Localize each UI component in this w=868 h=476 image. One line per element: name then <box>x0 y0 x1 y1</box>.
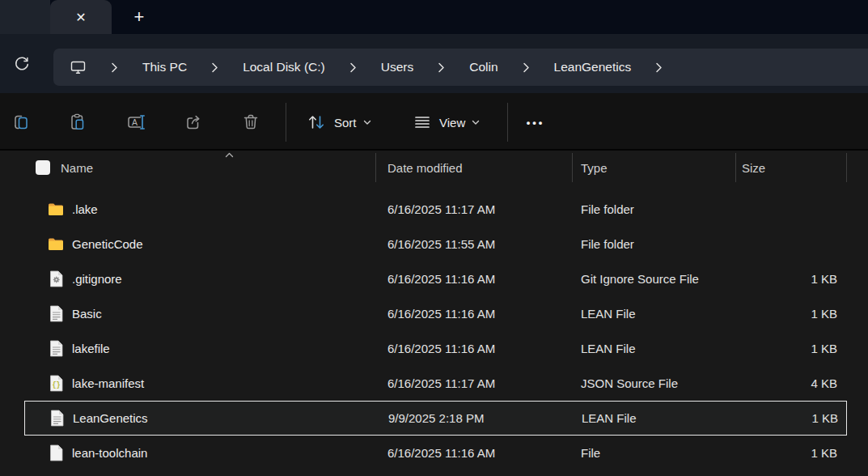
column-header-size[interactable]: Size <box>736 153 847 182</box>
breadcrumb-local-disk[interactable]: Local Disk (C:) <box>243 60 325 74</box>
chevron-down-icon <box>472 120 480 125</box>
share-icon <box>184 113 204 132</box>
delete-button[interactable] <box>236 107 265 138</box>
breadcrumb: This PC Local Disk (C:) Users Colin Lean… <box>70 59 663 75</box>
table-row[interactable]: lean-toolchain 6/16/2025 11:16 AM File 1… <box>24 436 847 470</box>
gitignore-file-icon <box>48 270 64 287</box>
file-name: .gitignore <box>72 272 122 286</box>
file-name: Basic <box>72 307 102 321</box>
breadcrumb-colin[interactable]: Colin <box>469 60 498 74</box>
table-row[interactable]: GeneticCode 6/16/2025 11:55 AM File fold… <box>24 227 847 261</box>
copy-icon <box>11 113 31 132</box>
file-size: 1 KB <box>736 342 847 355</box>
svg-text:A: A <box>132 117 138 127</box>
column-header-type[interactable]: Type <box>573 153 736 182</box>
delete-icon <box>241 113 260 132</box>
address-row: This PC Local Disk (C:) Users Colin Lean… <box>0 34 868 93</box>
file-type: File folder <box>573 202 736 216</box>
refresh-icon <box>14 56 30 72</box>
file-explorer-window: ✕ + This PC L <box>0 0 868 476</box>
chevron-right-icon[interactable] <box>349 62 357 73</box>
file-type: Git Ignore Source File <box>573 272 736 286</box>
file-date-modified: 6/16/2025 11:16 AM <box>376 272 573 286</box>
paste-button[interactable] <box>63 107 92 138</box>
column-divider[interactable] <box>846 153 847 182</box>
chevron-right-icon[interactable] <box>655 62 663 73</box>
file-list: Name Date modified Type Size <box>0 151 868 476</box>
copy-button[interactable] <box>6 107 36 138</box>
file-name: GeneticCode <box>72 237 143 251</box>
lean-file-icon <box>49 410 65 427</box>
rename-icon: A <box>125 113 146 132</box>
lean-file-icon <box>48 305 64 322</box>
column-label: Date modified <box>387 161 463 175</box>
file-date-modified: 6/16/2025 11:55 AM <box>376 237 573 251</box>
sort-button[interactable]: Sort <box>298 107 379 138</box>
toolbar-divider <box>507 103 508 142</box>
tab-bar: ✕ + <box>0 0 868 34</box>
file-date-modified: 6/16/2025 11:17 AM <box>376 376 573 390</box>
address-bar[interactable]: This PC Local Disk (C:) Users Colin Lean… <box>53 49 868 86</box>
chevron-right-icon[interactable] <box>523 62 530 73</box>
chevron-right-icon[interactable] <box>438 62 445 73</box>
chevron-down-icon <box>363 120 371 125</box>
new-tab-button[interactable]: + <box>127 5 151 29</box>
file-date-modified: 6/16/2025 11:16 AM <box>376 446 573 460</box>
table-row[interactable]: {} lake-manifest 6/16/2025 11:17 AM JSON… <box>24 366 847 401</box>
command-bar: A Sort <box>0 93 868 151</box>
rename-button[interactable]: A <box>121 107 150 138</box>
table-row[interactable]: .gitignore 6/16/2025 11:16 AM Git Ignore… <box>24 261 847 296</box>
file-type: File <box>573 446 736 460</box>
folder-icon <box>48 201 64 218</box>
this-pc-icon <box>70 59 87 75</box>
file-name: lean-toolchain <box>72 446 147 460</box>
toolbar-divider <box>286 103 286 142</box>
refresh-button[interactable] <box>8 50 36 78</box>
close-tab-icon[interactable]: ✕ <box>70 6 92 28</box>
file-type: LEAN File <box>574 411 737 425</box>
file-type: JSON Source File <box>573 376 736 390</box>
lean-file-icon <box>48 340 64 357</box>
file-date-modified: 6/16/2025 11:16 AM <box>376 307 573 321</box>
breadcrumb-users[interactable]: Users <box>381 60 413 74</box>
file-size: 1 KB <box>736 272 847 286</box>
column-header-row: Name Date modified Type Size <box>24 151 847 185</box>
column-header-name[interactable]: Name <box>24 153 376 182</box>
view-button-label: View <box>439 116 465 130</box>
file-size: 4 KB <box>736 376 847 390</box>
file-size: 1 KB <box>736 307 847 321</box>
titlebar-left-area <box>0 0 50 34</box>
see-more-button[interactable]: ••• <box>518 107 553 138</box>
file-size: 1 KB <box>736 446 847 460</box>
view-icon <box>413 113 432 132</box>
table-row[interactable]: lakefile 6/16/2025 11:16 AM LEAN File 1 … <box>24 331 847 366</box>
see-more-icon: ••• <box>527 117 545 129</box>
breadcrumb-leangenetics[interactable]: LeanGenetics <box>554 60 632 74</box>
folder-icon <box>48 236 64 253</box>
table-row-selected[interactable]: LeanGenetics 9/9/2025 2:18 PM LEAN File … <box>24 401 847 436</box>
file-name: lakefile <box>72 342 110 355</box>
file-type: File folder <box>573 237 736 251</box>
column-header-date-modified[interactable]: Date modified <box>376 153 573 182</box>
file-name: .lake <box>72 202 98 216</box>
column-label: Name <box>61 161 93 175</box>
view-button[interactable]: View <box>404 107 488 138</box>
file-date-modified: 6/16/2025 11:17 AM <box>376 202 573 216</box>
column-label: Size <box>742 161 765 175</box>
share-button[interactable] <box>180 107 209 138</box>
breadcrumb-this-pc[interactable]: This PC <box>142 60 187 74</box>
paste-icon <box>68 113 87 132</box>
file-rows: .lake 6/16/2025 11:17 AM File folder Gen… <box>0 192 868 470</box>
chevron-right-icon[interactable] <box>211 62 218 73</box>
json-braces-glyph: {} <box>52 381 60 389</box>
file-date-modified: 6/16/2025 11:16 AM <box>376 342 573 355</box>
file-type: LEAN File <box>573 342 736 355</box>
table-row[interactable]: Basic 6/16/2025 11:16 AM LEAN File 1 KB <box>24 296 847 331</box>
file-date-modified: 9/9/2025 2:18 PM <box>377 411 574 425</box>
select-all-checkbox[interactable] <box>36 160 50 175</box>
table-row[interactable]: .lake 6/16/2025 11:17 AM File folder <box>24 192 847 227</box>
chevron-right-icon[interactable] <box>111 62 118 73</box>
explorer-tab[interactable]: ✕ <box>50 0 112 34</box>
column-label: Type <box>581 161 608 175</box>
sort-button-label: Sort <box>334 116 357 130</box>
